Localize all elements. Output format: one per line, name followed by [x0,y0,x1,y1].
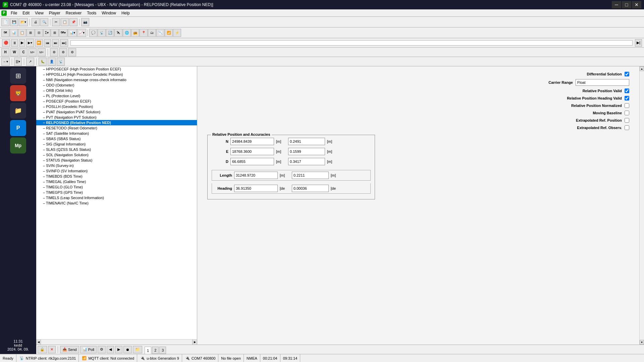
tree-item-pvat[interactable]: – PVAT (Navigation PVAT Solution) [36,109,197,115]
tree-item-status[interactable]: – STATUS (Navigation Status) [36,158,197,163]
snapshot-btn[interactable]: 📷 [81,18,89,26]
config1-btn[interactable]: ⚙ [50,48,58,56]
config2-btn[interactable]: ⚙ [59,48,67,56]
taskbar-ucenter[interactable]: P [10,120,26,136]
scroll-track[interactable] [640,71,644,340]
tree-item-posecef[interactable]: – POSECEF (Position ECEF) [36,99,197,104]
n-value-input[interactable] [230,138,274,145]
forward-btn[interactable]: ▶ [115,346,122,353]
tree-item-timebds[interactable]: – TIMEBDS (BDS Time) [36,174,197,179]
back-btn[interactable]: ◀ [107,346,114,353]
d-accuracy-input[interactable] [288,158,325,165]
msg-btn[interactable]: 💬 [89,29,97,37]
data-btn[interactable]: 📡 [98,29,106,37]
save-btn[interactable]: 💾 [10,18,18,26]
poll-btn[interactable]: 📊 Poll [80,346,97,353]
tree-item-nmi[interactable]: – NMI (Navigation message cross-check in… [36,77,197,82]
minimize-button[interactable]: ─ [612,1,621,8]
mode-h[interactable]: H [1,48,9,56]
tree-item-sat[interactable]: – SAT (Satellite Information) [36,131,197,136]
view-dropdown3[interactable]: 📊▾ [68,29,77,37]
open-btn[interactable]: 📂▾ [19,18,28,26]
heading-accuracy-input[interactable] [292,185,329,192]
next-frame-btn[interactable]: ⏭ [52,39,59,47]
menu-edit[interactable]: Edit [20,10,32,16]
antenna-btn[interactable]: 📡 [57,58,65,66]
tree-item-orb[interactable]: – ORB (Orbit Info) [36,88,197,93]
taskbar-folder[interactable]: 📁 [10,103,26,119]
play-btn[interactable]: ▶ [19,39,25,47]
view-dropdown2[interactable]: 🗺▾ [59,29,67,37]
length-accuracy-input[interactable] [292,172,329,179]
mode-plus2[interactable]: M+ [38,48,46,56]
tab-2[interactable]: 2 [152,347,159,354]
preview-btn[interactable]: 🔍 [40,18,48,26]
menu-window[interactable]: Window [99,10,119,16]
mode-c[interactable]: C [19,48,28,56]
menu-view[interactable]: View [32,10,46,16]
tree-item-timegps[interactable]: – TIMEGPS (GPS Time) [36,190,197,195]
tree-item-relposned[interactable]: – RELPOSNED (Relative Position NED) [36,120,197,125]
tree-item-resetodo[interactable]: – RESETODO (Reset Odometer) [36,125,197,131]
tree-item-svinfo[interactable]: – SVINFO (SV Information) [36,168,197,174]
bug-btn[interactable]: 🐛 [39,58,47,66]
heading-value-input[interactable] [234,185,278,192]
n-accuracy-input[interactable] [288,138,325,145]
carrier-range-input[interactable] [576,79,629,86]
rover-btn[interactable]: 🗂 [148,29,156,37]
tree-h-scroll[interactable]: ◀ ▶ [36,339,197,345]
extrapolated-ref-position-checkbox[interactable] [625,118,629,123]
differential-solution-checkbox[interactable] [625,72,629,76]
config3-btn[interactable]: ⚙ [68,48,76,56]
sky-btn[interactable]: 🌐 [123,29,131,37]
view6-btn[interactable]: ⊞ [51,29,59,37]
tree-item-sig[interactable]: – SIG (Signal Information) [36,141,197,147]
mode-w[interactable]: W [10,48,18,56]
arrow-dropdown[interactable]: ←▾ [1,58,10,66]
cut-btn[interactable]: ✂ [52,18,60,26]
extra-btn[interactable]: ⚡ [173,29,181,37]
hist-btn[interactable]: 📉 [156,29,164,37]
tree-item-pvt[interactable]: – PVT (Navigation PVT Solution) [36,115,197,120]
tree-item-slas[interactable]: – SLAS (QZSS SLAS Status) [36,147,197,152]
menu-help[interactable]: Help [119,10,132,16]
view3-btn[interactable]: 📋 [18,29,26,37]
tab-1[interactable]: 1 [145,347,151,354]
extrapolated-ref-observ-checkbox[interactable] [625,125,629,130]
tree-item-pl[interactable]: – PL (Protection Level) [36,93,197,99]
menu-receiver[interactable]: Receiver [63,10,84,16]
moving-baseline-checkbox[interactable] [625,111,629,115]
disconnect-btn[interactable]: ✕ [48,346,56,353]
rtk-btn[interactable]: 📶 [165,29,173,37]
length-value-input[interactable] [234,172,278,179]
scroll-down-arrow[interactable]: ▼ [640,340,644,345]
skip-end-btn[interactable]: ⏭| [60,39,68,47]
tree-scroll[interactable]: – HPPOSECEF (High Precision Position ECE… [36,66,197,339]
record-indicator[interactable]: 🔴 [2,39,10,47]
tree-item-posllh[interactable]: – POSLLH (Geodetic Position) [36,104,197,109]
mode-plus1[interactable]: M+ [29,48,37,56]
survey-btn[interactable]: 📍 [140,29,148,37]
view4-btn[interactable]: ⊞ [26,29,35,37]
view1-btn[interactable]: 🗺 [1,29,9,37]
copy-btn[interactable]: 📋 [61,18,69,26]
tree-item-timegal[interactable]: – TIMEGAL (Galileo Time) [36,179,197,184]
send-btn[interactable]: 📤 Send [60,346,79,353]
tree-item-sbas[interactable]: – SBAS (SBAS Status) [36,136,197,141]
taskbar-windows[interactable]: ⊞ [10,68,26,84]
sat-btn[interactable]: 🛰 [114,29,122,37]
tab-3[interactable]: 3 [159,347,166,354]
play-dropdown[interactable]: ▶▾ [26,39,34,47]
taskbar-app2[interactable]: Mp [10,137,26,154]
chart-dropdown[interactable]: 📈▾ [77,29,86,37]
progress-bar[interactable] [70,40,633,46]
cursor-btn[interactable]: ↗ [26,58,34,66]
sigma-dropdown[interactable]: Σ▾ [43,29,50,37]
prev-frame-btn[interactable]: ⏮ [44,39,51,47]
e-value-input[interactable] [230,148,274,155]
tree-item-timenavic[interactable]: – TIMENAVIC (NavIC Time) [36,200,197,206]
tree-item-hpposllh[interactable]: – HPPOSLLH (High Precision Geodetic Posi… [36,72,197,77]
record-btn[interactable]: ⏺ [123,346,132,353]
relative-position-heading-valid-checkbox[interactable] [625,96,629,101]
content-scrollbar[interactable]: ▲ ▼ [639,66,644,345]
